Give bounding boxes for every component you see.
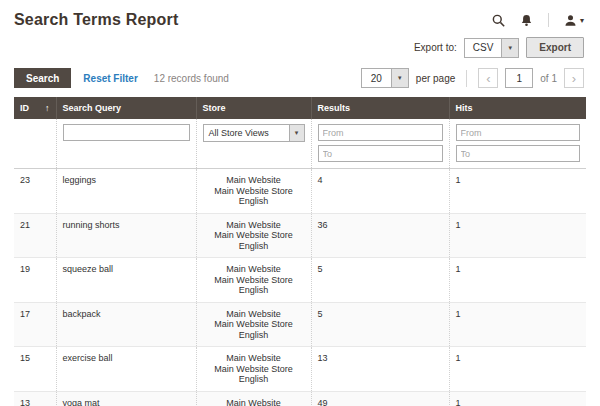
hits-from-input[interactable] [456, 124, 581, 141]
cell-search-query: running shorts [56, 213, 196, 258]
cell-hits: 1 [449, 347, 586, 392]
cell-hits: 1 [449, 302, 586, 347]
export-row: Export to: CSV ▾ Export [0, 31, 600, 65]
per-page-label: per page [416, 73, 455, 84]
results-from-input[interactable] [318, 124, 443, 141]
column-header-search-query[interactable]: Search Query [56, 97, 196, 119]
cell-store: Main WebsiteMain Website StoreEnglish [196, 347, 311, 392]
records-found-label: 12 records found [154, 73, 229, 84]
cell-id: 21 [14, 213, 56, 258]
filter-cell-hits [449, 119, 586, 169]
cell-id: 19 [14, 258, 56, 303]
chevron-left-icon: ‹ [486, 72, 490, 85]
toolbar-divider [466, 70, 467, 87]
cell-search-query: backpack [56, 302, 196, 347]
cell-results: 13 [311, 347, 449, 392]
cell-search-query: exercise ball [56, 347, 196, 392]
cell-hits: 1 [449, 213, 586, 258]
column-header-id-label: ID [20, 103, 29, 113]
cell-store: Main WebsiteMain Website StoreEnglish [196, 258, 311, 303]
search-terms-grid: ↑ ID Search Query Store Results Hits All… [14, 97, 586, 406]
search-query-filter-input[interactable] [63, 124, 190, 141]
header-divider [548, 13, 549, 27]
cell-search-query: squeeze ball [56, 258, 196, 303]
cell-id: 23 [14, 169, 56, 214]
table-row[interactable]: 19 squeeze ball Main WebsiteMain Website… [14, 258, 586, 303]
search-icon[interactable] [492, 14, 505, 27]
filter-cell-id [14, 119, 56, 169]
cell-id: 13 [14, 391, 56, 406]
store-filter-select[interactable]: All Store Views ▾ [203, 124, 305, 142]
grid-toolbar: Search Reset Filter 12 records found 20 … [0, 65, 600, 97]
header-icons: ▾ [492, 13, 584, 27]
page-of-label: of 1 [540, 73, 557, 84]
cell-results: 36 [311, 213, 449, 258]
per-page-value: 20 [362, 73, 391, 84]
notifications-bell-icon[interactable] [520, 14, 533, 27]
filter-cell-search-query [56, 119, 196, 169]
table-row[interactable]: 15 exercise ball Main WebsiteMain Websit… [14, 347, 586, 392]
filter-cell-store: All Store Views ▾ [196, 119, 311, 169]
previous-page-button[interactable]: ‹ [478, 68, 498, 88]
results-to-input[interactable] [318, 145, 443, 162]
column-header-store[interactable]: Store [196, 97, 311, 119]
export-format-select[interactable]: CSV ▾ [464, 38, 520, 58]
search-button[interactable]: Search [14, 68, 71, 88]
cell-search-query: yoga mat [56, 391, 196, 406]
table-body: 23 leggings Main WebsiteMain Website Sto… [14, 169, 586, 406]
next-page-button[interactable]: › [564, 68, 584, 88]
cell-results: 5 [311, 302, 449, 347]
caret-down-icon: ▾ [580, 16, 584, 25]
column-header-hits[interactable]: Hits [449, 97, 586, 119]
export-to-label: Export to: [414, 42, 457, 53]
cell-store: Main WebsiteMain Website StoreEnglish [196, 302, 311, 347]
caret-down-icon: ▾ [391, 69, 408, 87]
hits-to-input[interactable] [456, 145, 581, 162]
chevron-right-icon: › [572, 72, 576, 85]
pagination-controls: 20 ▾ per page ‹ of 1 › [361, 68, 584, 88]
cell-store: Main WebsiteMain Website StoreEnglish [196, 391, 311, 406]
cell-results: 4 [311, 169, 449, 214]
grid-filter-row: All Store Views ▾ [14, 119, 586, 169]
export-format-value: CSV [465, 42, 502, 53]
filter-cell-results [311, 119, 449, 169]
export-button[interactable]: Export [526, 37, 584, 58]
page-title: Search Terms Report [14, 11, 178, 29]
per-page-select[interactable]: 20 ▾ [361, 68, 409, 88]
cell-store: Main WebsiteMain Website StoreEnglish [196, 213, 311, 258]
page-header: Search Terms Report ▾ [0, 0, 600, 31]
cell-results: 5 [311, 258, 449, 303]
column-header-results[interactable]: Results [311, 97, 449, 119]
cell-hits: 1 [449, 391, 586, 406]
column-header-id[interactable]: ↑ ID [14, 97, 56, 119]
cell-hits: 1 [449, 169, 586, 214]
cell-id: 17 [14, 302, 56, 347]
cell-store: Main WebsiteMain Website StoreEnglish [196, 169, 311, 214]
reset-filter-link[interactable]: Reset Filter [83, 73, 137, 84]
page-number-input[interactable] [505, 68, 533, 88]
caret-down-icon: ▾ [289, 125, 304, 141]
cell-results: 49 [311, 391, 449, 406]
table-row[interactable]: 23 leggings Main WebsiteMain Website Sto… [14, 169, 586, 214]
table-row[interactable]: 17 backpack Main WebsiteMain Website Sto… [14, 302, 586, 347]
caret-down-icon: ▾ [501, 39, 518, 57]
cell-search-query: leggings [56, 169, 196, 214]
cell-id: 15 [14, 347, 56, 392]
grid-header-row: ↑ ID Search Query Store Results Hits [14, 97, 586, 119]
cell-hits: 1 [449, 258, 586, 303]
store-filter-value: All Store Views [204, 128, 289, 138]
user-account-icon[interactable]: ▾ [564, 14, 584, 27]
table-row[interactable]: 13 yoga mat Main WebsiteMain Website Sto… [14, 391, 586, 406]
sort-ascending-icon: ↑ [45, 103, 50, 113]
table-row[interactable]: 21 running shorts Main WebsiteMain Websi… [14, 213, 586, 258]
